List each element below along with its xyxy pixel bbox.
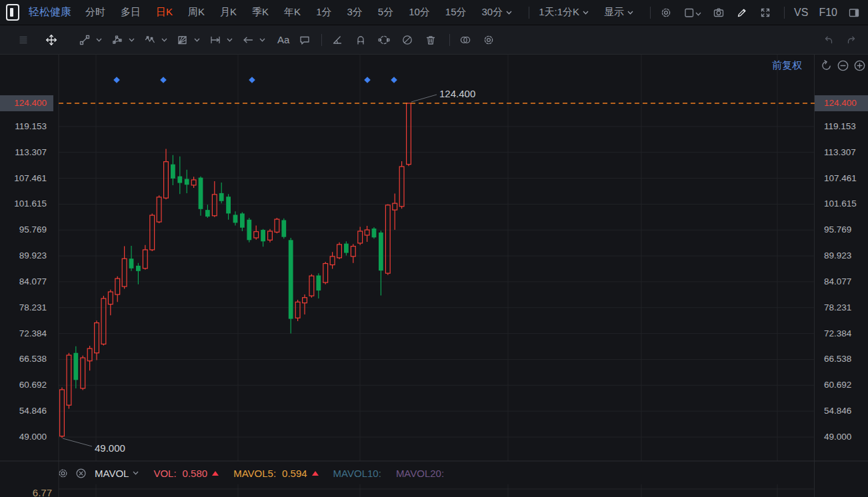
candlestick-plot[interactable]: 124.40049.000 (0, 55, 868, 497)
chart-type-icon[interactable] (683, 7, 701, 19)
period-label: 30分 (482, 6, 503, 19)
volume-axis-max-label: 6.77 (0, 487, 52, 497)
indicator-bar: MAVOL VOL:0.580MAVOL5:0.594MAVOL10:MAVOL… (57, 462, 444, 484)
period-tab-季K[interactable]: 季K (252, 6, 269, 19)
price-axis-label: 66.538 (824, 352, 851, 366)
price-axis-label: 60.692 (824, 378, 851, 392)
indicator-value: 0.594 (282, 468, 307, 479)
vs-button[interactable]: VS (794, 7, 808, 19)
trash-tool-icon[interactable] (425, 34, 437, 46)
panel-right-icon[interactable] (848, 7, 860, 19)
angle-tool-icon[interactable] (331, 34, 343, 46)
period-tab-1分[interactable]: 1分 (316, 6, 331, 19)
price-axis-label: 49.000 (19, 430, 47, 444)
indicator-settings-icon[interactable] (57, 468, 69, 479)
indicator-label[interactable]: MAVOL5: (233, 468, 276, 479)
magnet-tool-icon[interactable] (355, 34, 367, 46)
current-price-label: 124.400 (14, 98, 47, 108)
price-axis-right[interactable]: 124.400119.153113.307107.461101.61595.76… (815, 55, 868, 497)
indicator-label[interactable]: VOL: (153, 468, 176, 479)
hide-tool-icon[interactable] (401, 34, 413, 46)
period-tab-日K[interactable]: 日K (156, 6, 173, 19)
toolbar-divider (784, 7, 785, 19)
move-tool-icon[interactable] (45, 34, 57, 46)
zoom-in-icon[interactable] (853, 59, 866, 72)
top-toolbar-items: 轻松健康分时多日日K周K月K季K年K1分3分5分10分15分30分1天:1分K显… (29, 5, 868, 19)
period-tab-5分[interactable]: 5分 (378, 6, 393, 19)
chevron-down-icon (583, 11, 589, 15)
period-label: 年K (284, 6, 301, 19)
pencil-icon[interactable] (736, 7, 748, 19)
fullscreen-icon[interactable] (759, 7, 771, 19)
period-tab-多日[interactable]: 多日 (121, 6, 141, 19)
event-marker-icon (113, 77, 120, 83)
symbol-name[interactable]: 轻松健康 (29, 5, 71, 19)
measure-tool-icon[interactable] (209, 34, 221, 46)
indicator-label[interactable]: MAVOL10: (333, 468, 381, 479)
chevron-down-icon (627, 11, 633, 15)
indicator-value: 0.580 (183, 468, 208, 479)
adjust-mode-label[interactable]: 前复权 (772, 59, 802, 72)
chevron-down-icon[interactable] (133, 471, 139, 475)
chevron-down-icon[interactable] (96, 38, 102, 42)
period-tab-10分[interactable]: 10分 (409, 6, 430, 19)
polygon-tool-icon[interactable] (111, 34, 123, 46)
f10-button[interactable]: F10 (819, 7, 837, 19)
chevron-down-icon[interactable] (161, 38, 167, 42)
period-tab-分时[interactable]: 分时 (85, 6, 105, 19)
bubble-tool-icon[interactable] (299, 34, 311, 46)
indicator-name[interactable]: MAVOL (95, 468, 129, 479)
settings-gear-icon[interactable] (660, 7, 672, 19)
drawing-tools: Aa (17, 34, 500, 46)
toolbar-divider (449, 34, 450, 46)
price-axis-label: 113.307 (15, 146, 47, 159)
app-logo-icon[interactable] (6, 4, 19, 21)
price-axis-current-badge: 124.400 (0, 95, 53, 111)
reset-icon[interactable] (820, 59, 833, 72)
circles-tool-icon[interactable] (459, 34, 471, 46)
redo-icon[interactable] (845, 34, 857, 46)
period-label: 月K (220, 6, 237, 19)
drawing-toolbar: Aa (0, 25, 868, 55)
indicator-close-icon[interactable] (75, 468, 87, 479)
period-tab-15分[interactable]: 15分 (445, 6, 467, 19)
custom-period-dropdown[interactable]: 1天:1分K (539, 6, 589, 19)
gann-tool-icon[interactable] (177, 34, 189, 46)
price-axis-label: 54.846 (19, 404, 47, 418)
zoom-out-icon[interactable] (837, 59, 849, 72)
period-label: 分时 (85, 6, 105, 19)
period-tab-年K[interactable]: 年K (284, 6, 301, 19)
top-toolbar: 轻松健康分时多日日K周K月K季K年K1分3分5分10分15分30分1天:1分K显… (0, 0, 868, 25)
period-tab-月K[interactable]: 月K (220, 6, 237, 19)
text-tool[interactable]: Aa (277, 34, 289, 45)
gear-icon[interactable] (483, 34, 495, 46)
period-tab-3分[interactable]: 3分 (347, 6, 362, 19)
price-axis-left[interactable]: 124.400119.153113.307107.461101.61595.76… (0, 55, 53, 497)
price-axis-label: 89.923 (19, 249, 47, 262)
chart-zoom-controls (820, 59, 866, 72)
period-tab-30分[interactable]: 30分 (482, 6, 513, 19)
chevron-down-icon[interactable] (194, 38, 200, 42)
period-label: 日K (156, 6, 173, 19)
camera-icon[interactable] (713, 7, 725, 19)
chevron-down-icon[interactable] (259, 38, 265, 42)
arrow-left-tool-icon[interactable] (242, 34, 254, 46)
period-label: 多日 (121, 6, 141, 19)
price-axis-label: 113.307 (824, 146, 856, 159)
chevron-down-icon[interactable] (129, 38, 135, 42)
display-dropdown[interactable]: 显示 (604, 6, 633, 19)
price-axis-current-badge: 124.400 (815, 95, 868, 111)
period-tab-周K[interactable]: 周K (188, 6, 205, 19)
period-label: 15分 (445, 6, 467, 19)
undo-icon[interactable] (823, 34, 835, 46)
sync-tool-icon[interactable] (378, 34, 390, 46)
price-axis-label: 78.231 (824, 301, 851, 314)
trendline-tool-icon[interactable] (79, 34, 91, 46)
arrow-up-icon (312, 471, 319, 476)
price-axis-label: 84.077 (824, 275, 851, 288)
chevron-down-icon[interactable] (227, 38, 233, 42)
wave-tool-icon[interactable] (144, 34, 156, 46)
grip-icon[interactable] (17, 34, 29, 46)
price-axis-label: 89.923 (824, 249, 851, 262)
indicator-label[interactable]: MAVOL20: (396, 468, 444, 479)
